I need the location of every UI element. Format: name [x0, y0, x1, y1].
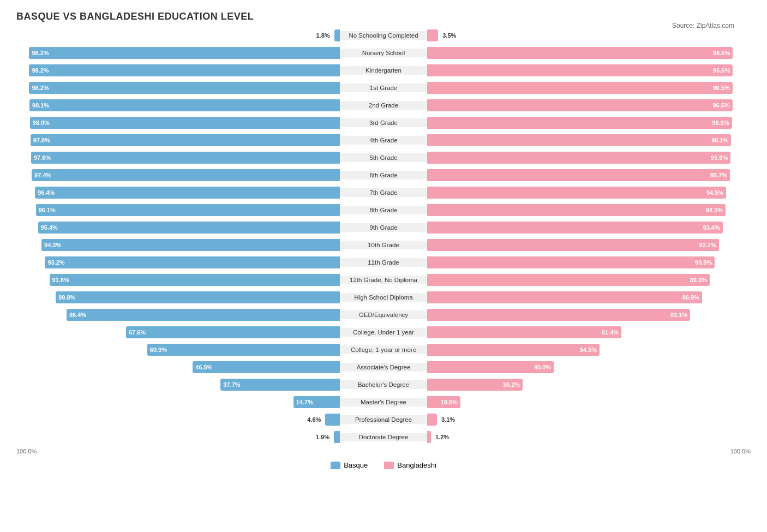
left-side: 14.7%: [16, 396, 340, 408]
row-label: GED/Equivalency: [340, 310, 427, 319]
chart-row: 96.4% 7th Grade 94.5%: [16, 185, 751, 200]
right-bar: 94.3%: [427, 204, 726, 216]
left-bar-value: 37.7%: [223, 381, 240, 388]
chart-row: 93.2% 11th Grade 90.9%: [16, 255, 751, 270]
row-label: Professional Degree: [340, 415, 427, 424]
legend: Basque Bangladeshi: [16, 461, 751, 469]
right-bar: 89.3%: [427, 274, 710, 286]
bangladeshi-label: Bangladeshi: [397, 461, 436, 469]
chart-row: 4.6% Professional Degree 3.1%: [16, 412, 751, 427]
right-bar-value: 90.9%: [695, 259, 712, 266]
right-side: 96.5%: [427, 99, 751, 111]
right-value-outside: 3.1%: [441, 416, 455, 423]
basque-swatch: [331, 462, 340, 469]
left-side: 86.4%: [16, 309, 340, 321]
right-bar-value: 86.9%: [682, 294, 699, 301]
left-bar-value: 86.4%: [69, 312, 86, 318]
right-bar: 96.5%: [427, 99, 733, 111]
right-bar: 83.1%: [427, 309, 690, 321]
left-side: 95.4%: [16, 222, 340, 234]
right-bar: 96.6%: [427, 47, 733, 59]
row-label: 12th Grade, No Diploma: [340, 276, 427, 284]
right-side: 10.5%: [427, 396, 751, 408]
left-bar-value: 98.1%: [32, 102, 49, 109]
chart-row: 91.8% 12th Grade, No Diploma 89.3%: [16, 272, 751, 288]
left-bar: [334, 29, 340, 41]
right-side: 96.3%: [427, 117, 751, 129]
right-bar: 96.5%: [427, 82, 733, 94]
left-value-outside: 4.6%: [307, 416, 321, 423]
right-bar: 61.4%: [427, 326, 621, 338]
left-side: 94.3%: [16, 239, 340, 251]
right-bar-value: 94.3%: [706, 207, 723, 213]
chart-row: 1.9% Doctorate Degree 1.2%: [16, 429, 751, 445]
right-side: 61.4%: [427, 326, 751, 338]
right-side: 96.6%: [427, 47, 751, 59]
left-side: 46.5%: [16, 361, 340, 373]
row-label: No Schooling Completed: [340, 31, 427, 40]
row-label: 7th Grade: [340, 188, 427, 197]
right-side: 95.9%: [427, 152, 751, 164]
left-bar: 60.9%: [147, 344, 340, 356]
right-side: 40.0%: [427, 361, 751, 373]
left-bar: 93.2%: [45, 256, 340, 268]
left-bar-value: 93.2%: [47, 259, 64, 266]
left-bar-value: 91.8%: [52, 277, 69, 283]
row-label: 3rd Grade: [340, 118, 427, 127]
chart-row: 37.7% Bachelor's Degree 30.2%: [16, 377, 751, 392]
left-bar-value: 98.2%: [32, 50, 49, 56]
left-bar: 89.8%: [56, 291, 340, 303]
left-side: 97.8%: [16, 134, 340, 146]
left-bar: 14.7%: [293, 396, 340, 408]
right-bar-value: 96.1%: [711, 137, 728, 144]
left-bar-value: 96.1%: [39, 207, 56, 213]
right-side: 95.7%: [427, 169, 751, 181]
right-bar-value: 96.6%: [713, 67, 730, 74]
left-bar: 67.6%: [126, 326, 340, 338]
right-side: 92.2%: [427, 239, 751, 251]
right-bar: 92.2%: [427, 239, 719, 251]
row-label: 10th Grade: [340, 241, 427, 249]
chart-row: 98.0% 3rd Grade 96.3%: [16, 115, 751, 130]
right-bar-value: 95.7%: [710, 172, 727, 178]
right-bar: 86.9%: [427, 291, 702, 303]
left-bar: [325, 414, 340, 426]
right-bar: 54.5%: [427, 344, 600, 356]
row-label: 4th Grade: [340, 136, 427, 145]
left-bar: 97.8%: [31, 134, 340, 146]
right-side: 94.3%: [427, 204, 751, 216]
right-bar-value: 89.3%: [690, 277, 707, 283]
right-bar-value: 95.9%: [711, 154, 728, 161]
chart-row: 86.4% GED/Equivalency 83.1%: [16, 307, 751, 322]
left-bar: 97.4%: [32, 169, 340, 181]
row-label: College, 1 year or more: [340, 345, 427, 354]
axis-row: 100.0% 100.0%: [16, 448, 751, 455]
left-bar: 94.3%: [41, 239, 340, 251]
left-side: 93.2%: [16, 256, 340, 268]
row-label: 6th Grade: [340, 171, 427, 180]
right-bar-value: 96.6%: [713, 50, 730, 56]
left-bar: 97.6%: [31, 152, 340, 164]
left-side: 89.8%: [16, 291, 340, 303]
left-bar: 98.2%: [29, 47, 340, 59]
chart-row: 98.2% Nursery School 96.6%: [16, 45, 751, 61]
left-bar: 96.4%: [35, 187, 340, 199]
right-side: 3.1%: [427, 414, 751, 426]
right-bar-value: 94.5%: [706, 189, 723, 196]
left-bar: 95.4%: [38, 222, 340, 234]
left-bar: 96.1%: [36, 204, 340, 216]
left-bar: 37.7%: [220, 379, 340, 391]
chart-row: 60.9% College, 1 year or more 54.5%: [16, 342, 751, 357]
left-bar-value: 94.3%: [44, 242, 61, 248]
left-side: 98.0%: [16, 117, 340, 129]
left-bar-value: 96.4%: [38, 189, 55, 196]
left-side: 1.9%: [16, 431, 340, 443]
right-side: 54.5%: [427, 344, 751, 356]
axis-right-label: 100.0%: [730, 448, 751, 455]
right-side: 83.1%: [427, 309, 751, 321]
row-label: Doctorate Degree: [340, 433, 427, 441]
right-value-outside: 1.2%: [435, 434, 449, 440]
chart-area: 1.8% No Schooling Completed 3.5% 98.2% N…: [16, 28, 751, 447]
right-bar: [427, 414, 437, 426]
left-bar-value: 67.6%: [129, 329, 146, 336]
